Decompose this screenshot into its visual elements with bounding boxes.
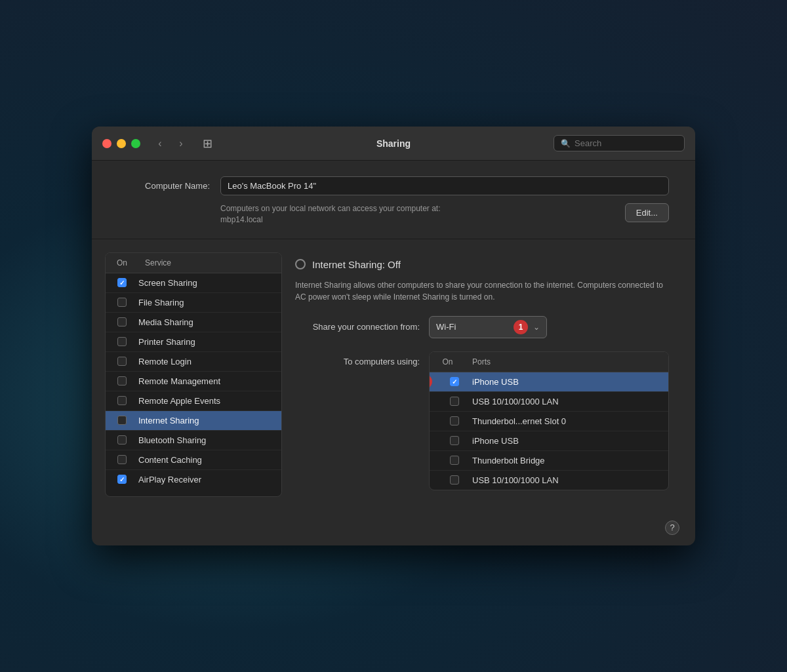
search-box[interactable]: 🔍 bbox=[554, 135, 685, 151]
service-item-bluetooth-sharing[interactable]: Bluetooth Sharing bbox=[106, 431, 281, 450]
bluetooth-sharing-label: Bluetooth Sharing bbox=[138, 435, 206, 445]
share-from-label: Share your connection from: bbox=[295, 322, 420, 332]
service-item-airplay-receiver[interactable]: AirPlay Receiver bbox=[106, 470, 281, 489]
service-item-remote-apple-events[interactable]: Remote Apple Events bbox=[106, 391, 281, 411]
minimize-button[interactable] bbox=[117, 139, 126, 148]
iphone-usb-1-label: iPhone USB bbox=[472, 377, 519, 387]
service-item-file-sharing[interactable]: File Sharing bbox=[106, 293, 281, 313]
service-list: On Service Screen Sharing File Sharing bbox=[105, 252, 282, 497]
screen-sharing-label: Screen Sharing bbox=[138, 278, 197, 288]
grid-button[interactable]: ⊞ bbox=[198, 134, 216, 153]
computer-name-label: Computer Name: bbox=[118, 181, 210, 191]
airplay-receiver-checkbox-cell bbox=[112, 475, 132, 484]
content-caching-checkbox[interactable] bbox=[117, 455, 127, 464]
maximize-button[interactable] bbox=[131, 139, 140, 148]
airplay-receiver-checkbox[interactable] bbox=[117, 475, 127, 484]
ports-table: On Ports 2 iPhone USB bbox=[429, 351, 669, 490]
computer-name-input[interactable] bbox=[220, 176, 669, 195]
edit-button[interactable]: Edit... bbox=[625, 203, 669, 222]
search-input[interactable] bbox=[575, 138, 677, 148]
internet-sharing-radio[interactable] bbox=[295, 259, 306, 269]
internet-sharing-checkbox[interactable] bbox=[117, 416, 127, 425]
window-title: Sharing bbox=[376, 138, 411, 149]
share-from-select[interactable]: Wi-Fi 1 ⌄ bbox=[429, 316, 547, 338]
titlebar: ‹ › ⊞ Sharing 🔍 bbox=[92, 127, 695, 161]
remote-management-checkbox[interactable] bbox=[117, 376, 127, 385]
computer-name-row: Computer Name: bbox=[118, 176, 669, 195]
airplay-receiver-label: AirPlay Receiver bbox=[138, 475, 201, 484]
printer-sharing-checkbox-cell bbox=[112, 337, 132, 346]
media-sharing-checkbox[interactable] bbox=[117, 317, 127, 326]
to-computers-row: To computers using: On Ports 2 iPhone US… bbox=[295, 351, 669, 490]
nav-buttons: ‹ › bbox=[151, 134, 190, 153]
ports-col-on-header: On bbox=[430, 352, 466, 372]
thunderbolt-eth-checkbox[interactable] bbox=[450, 416, 459, 425]
port-item-thunderbolt-eth[interactable]: Thunderbol...ernet Slot 0 bbox=[430, 412, 668, 431]
media-sharing-label: Media Sharing bbox=[138, 317, 193, 327]
computer-name-desc: Computers on your local network can acce… bbox=[220, 203, 615, 226]
service-item-content-caching[interactable]: Content Caching bbox=[106, 450, 281, 470]
traffic-lights bbox=[102, 139, 140, 148]
content-caching-checkbox-cell bbox=[112, 455, 132, 464]
dropdown-arrow-icon: ⌄ bbox=[533, 323, 540, 332]
bluetooth-sharing-checkbox[interactable] bbox=[117, 435, 127, 445]
computer-name-info: Computers on your local network can acce… bbox=[118, 203, 669, 226]
col-service-header: Service bbox=[138, 253, 178, 273]
bluetooth-sharing-checkbox-cell bbox=[112, 435, 132, 445]
usb-lan-2-checkbox[interactable] bbox=[450, 475, 459, 484]
thunderbolt-eth-label: Thunderbol...ernet Slot 0 bbox=[472, 416, 566, 426]
content-caching-label: Content Caching bbox=[138, 455, 202, 465]
close-button[interactable] bbox=[102, 139, 111, 148]
share-from-value: Wi-Fi bbox=[436, 322, 508, 332]
thunderbolt-bridge-checkbox[interactable] bbox=[450, 456, 459, 465]
iphone-usb-1-checkbox[interactable] bbox=[450, 377, 459, 386]
internet-sharing-desc: Internet Sharing allows other computers … bbox=[295, 279, 669, 303]
search-icon: 🔍 bbox=[561, 139, 571, 148]
service-item-remote-login[interactable]: Remote Login bbox=[106, 352, 281, 372]
thunderbolt-bridge-label: Thunderbolt Bridge bbox=[472, 456, 545, 465]
usb-lan-2-label: USB 10/100/1000 LAN bbox=[472, 475, 559, 485]
iphone-usb-2-label: iPhone USB bbox=[472, 436, 519, 446]
service-item-media-sharing[interactable]: Media Sharing bbox=[106, 313, 281, 332]
forward-button[interactable]: › bbox=[172, 134, 190, 153]
service-item-internet-sharing[interactable]: 3 Internet Sharing bbox=[106, 411, 281, 431]
internet-sharing-header: Internet Sharing: Off bbox=[295, 259, 669, 270]
port-item-iphone-usb-1[interactable]: 2 iPhone USB bbox=[430, 372, 668, 392]
file-sharing-checkbox[interactable] bbox=[117, 298, 127, 307]
port-item-thunderbolt-bridge[interactable]: Thunderbolt Bridge bbox=[430, 451, 668, 471]
thunderbolt-eth-checkbox-cell bbox=[436, 416, 472, 425]
remote-apple-events-label: Remote Apple Events bbox=[138, 396, 220, 406]
screen-sharing-checkbox-cell bbox=[112, 278, 132, 287]
to-computers-label: To computers using: bbox=[295, 351, 420, 366]
usb-lan-1-checkbox-cell bbox=[436, 397, 472, 406]
port-item-usb-lan-1[interactable]: USB 10/100/1000 LAN bbox=[430, 392, 668, 412]
footer: ? bbox=[92, 510, 695, 545]
remote-login-label: Remote Login bbox=[138, 357, 192, 366]
col-on-header: On bbox=[106, 253, 138, 273]
printer-sharing-checkbox[interactable] bbox=[117, 337, 127, 346]
remote-apple-events-checkbox-cell bbox=[112, 396, 132, 405]
remote-apple-events-checkbox[interactable] bbox=[117, 396, 127, 405]
service-item-printer-sharing[interactable]: Printer Sharing bbox=[106, 332, 281, 352]
media-sharing-checkbox-cell bbox=[112, 317, 132, 326]
service-item-remote-management[interactable]: Remote Management bbox=[106, 372, 281, 391]
iphone-usb-2-checkbox[interactable] bbox=[450, 436, 459, 445]
port-item-iphone-usb-2[interactable]: iPhone USB bbox=[430, 431, 668, 451]
file-sharing-checkbox-cell bbox=[112, 298, 132, 307]
remote-management-checkbox-cell bbox=[112, 376, 132, 385]
iphone-usb-2-checkbox-cell bbox=[436, 436, 472, 445]
back-button[interactable]: ‹ bbox=[151, 134, 169, 153]
usb-lan-1-checkbox[interactable] bbox=[450, 397, 459, 406]
annotation-badge-1: 1 bbox=[514, 320, 528, 334]
port-item-usb-lan-2[interactable]: USB 10/100/1000 LAN bbox=[430, 471, 668, 490]
right-panel: Internet Sharing: Off Internet Sharing a… bbox=[282, 252, 682, 497]
help-button[interactable]: ? bbox=[665, 521, 679, 535]
ports-col-port-header: Ports bbox=[466, 352, 497, 372]
iphone-usb-1-checkbox-cell: 2 bbox=[436, 377, 472, 386]
annotation-badge-2: 2 bbox=[429, 374, 432, 389]
service-item-screen-sharing[interactable]: Screen Sharing bbox=[106, 273, 281, 293]
remote-login-checkbox[interactable] bbox=[117, 357, 127, 366]
file-sharing-label: File Sharing bbox=[138, 298, 184, 307]
screen-sharing-checkbox[interactable] bbox=[117, 278, 127, 287]
service-list-header: On Service bbox=[106, 253, 281, 273]
